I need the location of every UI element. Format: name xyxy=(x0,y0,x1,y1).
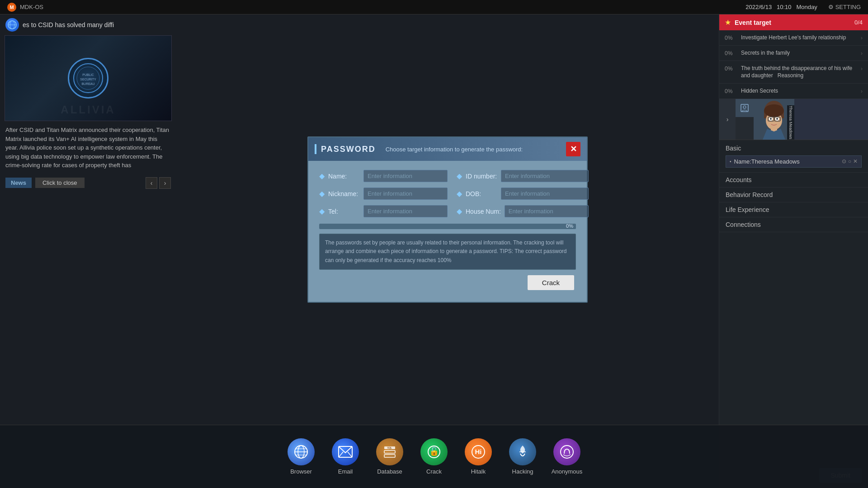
event-items-list: 0% Investigate Herbert Lee's family rela… xyxy=(719,30,868,99)
name-field-row: ◆ Name: xyxy=(319,170,448,182)
event-text-3: Hidden Secrets xyxy=(741,87,857,95)
id-bullet: ◆ xyxy=(457,172,462,180)
browser-icon xyxy=(288,438,315,465)
dob-field-row: ◆ DOB: xyxy=(457,188,589,200)
news-close-button[interactable]: Click to close xyxy=(35,178,85,188)
anonymous-icon xyxy=(553,438,580,465)
char-edit-icon[interactable]: ○ xyxy=(848,158,851,164)
housenum-field-row: ◆ House Num: xyxy=(457,205,589,217)
event-item-1[interactable]: 0% Secrets in the family › xyxy=(719,46,868,61)
hacking-icon xyxy=(509,438,536,465)
dock-item-browser[interactable]: Browser xyxy=(285,438,317,475)
tel-bullet: ◆ xyxy=(319,207,325,216)
char-accounts-section[interactable]: Accounts xyxy=(719,173,868,188)
dock-label-hacking: Hacking xyxy=(512,468,533,475)
chevron-right-icon-3: › xyxy=(861,88,863,94)
char-name-row: • Name:Theresa Meadows ⊙ ○ ✕ xyxy=(726,155,862,168)
event-item-0[interactable]: 0% Investigate Herbert Lee's family rela… xyxy=(719,30,868,46)
dock-item-anonymous[interactable]: Anonymous xyxy=(551,438,583,475)
svg-point-9 xyxy=(743,106,746,108)
char-basic-title[interactable]: Basic xyxy=(726,145,862,152)
chevron-right-icon-2: › xyxy=(861,66,863,72)
news-badge: PUBLIC SECURITY BUREAU xyxy=(68,58,108,99)
news-prev-button[interactable]: ‹ xyxy=(146,177,157,189)
taskbar-title: MDK-OS xyxy=(20,4,43,10)
dock-label-hitalk: Hitalk xyxy=(471,468,486,475)
field-grid: ◆ Name: ◆ ID number: ◆ Nickname: ◆ xyxy=(319,170,576,217)
event-target-title: Event target xyxy=(735,19,851,26)
taskbar-setting[interactable]: ⚙ SETTING xyxy=(828,4,861,10)
dock-item-database[interactable]: SQL Database xyxy=(374,438,406,475)
char-panel-toggle[interactable]: › xyxy=(719,99,736,140)
char-body: Basic • Name:Theresa Meadows ⊙ ○ ✕ Accou… xyxy=(719,140,868,463)
char-profile-icon[interactable] xyxy=(736,99,754,117)
dock-label-database: Database xyxy=(377,468,402,475)
star-icon: ★ xyxy=(725,18,731,27)
event-item-2[interactable]: 0% The truth behind the disappearance of… xyxy=(719,61,868,84)
dob-input[interactable] xyxy=(501,188,589,200)
dock-item-crack[interactable]: 🔓 Crack xyxy=(418,438,450,475)
modal-close-button[interactable]: ✕ xyxy=(566,142,580,156)
modal-title-bar xyxy=(315,144,316,154)
modal-subtitle: Choose target information to generate th… xyxy=(386,146,561,153)
svg-text:SECURITY: SECURITY xyxy=(80,78,96,81)
housenum-label: House Num: xyxy=(466,208,501,215)
left-panel: es to CSID has solved many diffi PUBLIC … xyxy=(0,14,176,488)
news-next-button[interactable]: › xyxy=(159,177,171,189)
char-name-bullet: • xyxy=(730,159,731,164)
char-connections-section[interactable]: Connections xyxy=(719,217,868,232)
chevron-right-icon-0: › xyxy=(861,35,863,41)
modal-title: PASSWORD xyxy=(321,145,376,154)
char-behavior-section[interactable]: Behavior Record xyxy=(719,188,868,202)
news-arrows: ‹ › xyxy=(146,177,171,189)
id-input[interactable] xyxy=(501,170,589,182)
event-text-0: Investigate Herbert Lee's family relatio… xyxy=(741,34,857,42)
chevron-right-icon-1: › xyxy=(861,50,863,56)
dock-label-crack: Crack xyxy=(426,468,442,475)
password-modal: PASSWORD Choose target information to ge… xyxy=(307,136,588,303)
right-panel: ★ Event target 0/4 0% Investigate Herber… xyxy=(719,14,868,488)
news-ticker: es to CSID has solved many diffi xyxy=(23,21,114,28)
svg-rect-8 xyxy=(741,104,748,112)
svg-point-39 xyxy=(561,446,573,458)
tel-label: Tel: xyxy=(328,208,360,215)
svg-line-30 xyxy=(348,452,352,457)
housenum-input[interactable] xyxy=(505,205,589,217)
tel-input[interactable] xyxy=(363,205,448,217)
event-target-count: 0/4 xyxy=(854,19,863,26)
taskbar: M MDK-OS 2022/6/13 10:10 Monday ⚙ SETTIN… xyxy=(0,0,868,14)
news-nav: News Click to close ‹ › xyxy=(0,174,176,192)
nickname-field-row: ◆ Nickname: xyxy=(319,188,448,200)
taskbar-datetime: 2022/6/13 10:10 Monday xyxy=(745,4,817,10)
news-label: News xyxy=(5,178,32,188)
dock-item-hitalk[interactable]: Hi Hitalk xyxy=(462,438,494,475)
modal-header: PASSWORD Choose target information to ge… xyxy=(308,137,587,161)
bottom-dock: Browser Email SQL Database 🔓 Crack Hi Hi… xyxy=(0,425,868,488)
dock-label-browser: Browser xyxy=(290,468,312,475)
svg-text:BUREAU: BUREAU xyxy=(81,82,94,85)
event-item-3[interactable]: 0% Hidden Secrets › xyxy=(719,84,868,99)
char-life-section[interactable]: Life Experience xyxy=(719,202,868,217)
nickname-input[interactable] xyxy=(363,188,448,200)
dob-bullet: ◆ xyxy=(457,189,462,198)
char-eye-icon[interactable]: ⊙ xyxy=(842,158,846,164)
event-text-2: The truth behind the disappearance of hi… xyxy=(741,65,857,80)
event-pct-0: 0% xyxy=(725,35,737,41)
name-input[interactable] xyxy=(363,170,448,182)
svg-point-14 xyxy=(764,104,784,117)
character-photo: Theresa Meadows xyxy=(754,99,794,140)
id-field-row: ◆ ID number: xyxy=(457,170,589,182)
dock-item-hacking[interactable]: Hacking xyxy=(507,438,538,475)
svg-text:Hi: Hi xyxy=(475,448,482,455)
dock-item-email[interactable]: Email xyxy=(330,438,361,475)
name-label: Name: xyxy=(328,173,360,180)
svg-point-17 xyxy=(770,118,772,120)
crack-button[interactable]: Crack xyxy=(528,275,574,290)
event-target-header: ★ Event target 0/4 xyxy=(719,14,868,30)
event-text-1: Secrets in the family xyxy=(741,49,857,57)
modal-body: ◆ Name: ◆ ID number: ◆ Nickname: ◆ xyxy=(308,161,587,295)
char-delete-icon[interactable]: ✕ xyxy=(853,158,858,164)
news-image: PUBLIC SECURITY BUREAU ALLIVIA xyxy=(5,35,172,121)
name-bullet: ◆ xyxy=(319,172,325,180)
char-header: › xyxy=(719,99,868,140)
